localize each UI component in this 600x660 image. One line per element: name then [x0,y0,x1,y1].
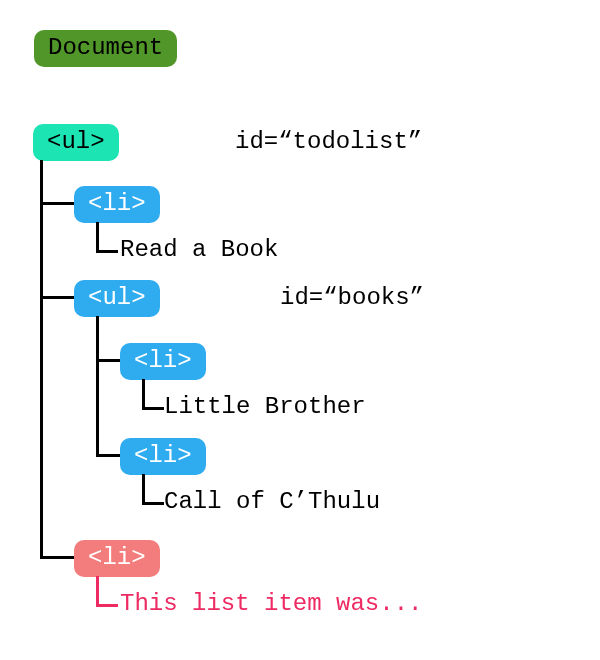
tree-line [142,502,164,505]
li-removed-text: This list item was... [120,590,422,617]
tree-line [96,250,118,253]
tree-line [40,160,43,558]
li-readbook-pill: <li> [74,186,160,223]
li-littlebrother-text: Little Brother [164,393,366,420]
li-readbook-text: Read a Book [120,236,278,263]
li-littlebrother-pill: <li> [120,343,206,380]
ul-todolist-pill: <ul> [33,124,119,161]
tree-line [96,454,120,457]
tree-line [96,359,120,362]
tree-line [40,296,74,299]
ul-books-attr: id=“books” [280,284,424,311]
li-cthulu-pill: <li> [120,438,206,475]
doc-root-pill: Document [34,30,177,67]
tree-line [142,379,145,409]
li-removed-pill: <li> [74,540,160,577]
tree-line [142,474,145,504]
tree-line [142,407,164,410]
tree-line [96,222,99,252]
tree-line [96,604,118,607]
tree-line [96,576,99,606]
li-cthulu-text: Call of C’Thulu [164,488,380,515]
tree-line [40,556,74,559]
tree-line [40,202,74,205]
tree-line [96,316,99,456]
ul-todolist-attr: id=“todolist” [235,128,422,155]
ul-books-pill: <ul> [74,280,160,317]
